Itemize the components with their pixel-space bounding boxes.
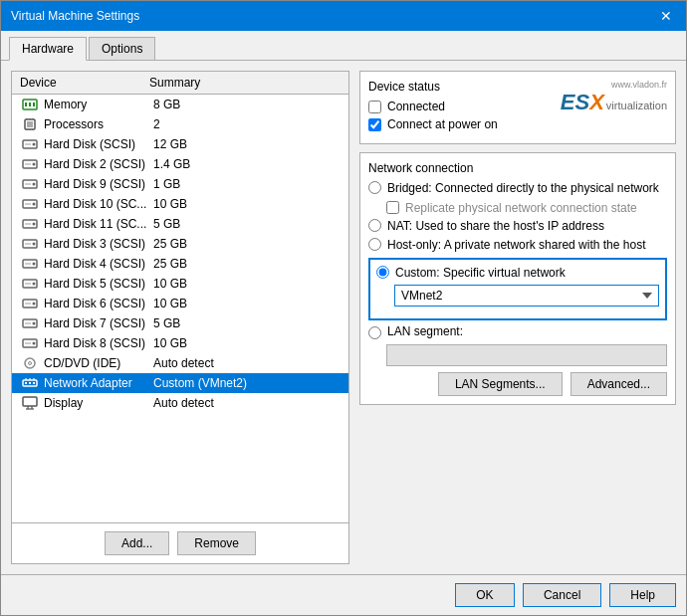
network-connection-section: Network connection Bridged: Connected di… — [359, 152, 676, 405]
device-item-display[interactable]: Display Auto detect — [12, 393, 348, 413]
custom-label: Custom: Specific virtual network — [395, 266, 566, 282]
disk-icon — [20, 156, 40, 172]
device-item-cdrom[interactable]: CD/DVD (IDE) Auto detect — [12, 353, 348, 373]
device-item-processors[interactable]: Processors 2 — [12, 114, 348, 134]
host-only-label: Host-only: A private network shared with… — [387, 238, 645, 254]
esx-logo-area: www.vladon.fr ESX virtualization — [551, 80, 667, 115]
close-button[interactable]: ✕ — [656, 6, 676, 26]
device-item-hd4[interactable]: Hard Disk 4 (SCSI) 25 GB — [12, 254, 348, 274]
device-name: Hard Disk 4 (SCSI) — [44, 257, 153, 271]
device-summary: 2 — [153, 117, 341, 131]
device-summary: Custom (VMnet2) — [153, 376, 341, 390]
tab-options[interactable]: Options — [89, 37, 155, 60]
device-summary: 1 GB — [153, 177, 341, 191]
device-item-hd5[interactable]: Hard Disk 5 (SCSI) 10 GB — [12, 274, 348, 294]
svg-point-28 — [33, 243, 36, 246]
connected-checkbox[interactable] — [368, 101, 381, 113]
device-status-title: Device status — [368, 80, 498, 94]
disk-icon — [20, 315, 40, 331]
device-name: Hard Disk 3 (SCSI) — [44, 237, 153, 251]
esx-brand: ESX virtualization — [561, 90, 667, 115]
device-name: Hard Disk 5 (SCSI) — [44, 277, 153, 291]
left-button-bar: Add... Remove — [12, 522, 348, 563]
right-panel: Device status Connected Connect at power… — [359, 71, 676, 564]
memory-icon — [20, 97, 40, 112]
svg-point-45 — [25, 358, 35, 368]
svg-rect-1 — [25, 103, 27, 106]
custom-section: Custom: Specific virtual network VMnet2 … — [368, 258, 667, 321]
watermark-url: www.vladon.fr — [561, 80, 667, 90]
nat-radio[interactable] — [368, 219, 381, 232]
network-title: Network connection — [368, 161, 667, 175]
device-item-hd6[interactable]: Hard Disk 6 (SCSI) 10 GB — [12, 294, 348, 313]
bridged-radio[interactable] — [368, 181, 381, 194]
device-name: Hard Disk 7 (SCSI) — [44, 316, 153, 330]
svg-point-43 — [33, 342, 36, 345]
device-item-hd10[interactable]: Hard Disk 10 (SC... 10 GB — [12, 194, 348, 214]
device-status-left: Device status Connected Connect at power… — [368, 80, 498, 135]
device-summary: 1.4 GB — [153, 157, 341, 171]
device-item-hd1[interactable]: Hard Disk (SCSI) 12 GB — [12, 134, 348, 154]
device-item-hd11[interactable]: Hard Disk 11 (SC... 5 GB — [12, 214, 348, 234]
device-name: Hard Disk 6 (SCSI) — [44, 297, 153, 310]
device-summary: 10 GB — [153, 277, 341, 291]
svg-rect-54 — [23, 397, 37, 406]
device-item-hd2[interactable]: Hard Disk 2 (SCSI) 1.4 GB — [12, 154, 348, 174]
svg-rect-52 — [29, 382, 31, 384]
disk-icon — [20, 276, 40, 292]
device-name: CD/DVD (IDE) — [44, 356, 153, 370]
svg-rect-3 — [33, 103, 35, 106]
nat-row: NAT: Used to share the host's IP address — [368, 219, 667, 235]
lan-segment-input[interactable] — [386, 344, 667, 366]
device-name: Hard Disk 10 (SC... — [44, 197, 153, 211]
disk-icon — [20, 176, 40, 192]
device-summary: Auto detect — [153, 356, 341, 370]
svg-point-46 — [29, 362, 32, 365]
device-item-nic[interactable]: Network Adapter Custom (VMnet2) — [12, 373, 348, 393]
disk-icon — [20, 236, 40, 252]
device-item-hd9[interactable]: Hard Disk 9 (SCSI) 1 GB — [12, 174, 348, 194]
lan-segments-button[interactable]: LAN Segments... — [438, 372, 563, 396]
device-item-memory[interactable]: Memory 8 GB — [12, 95, 348, 114]
device-item-hd8[interactable]: Hard Disk 8 (SCSI) 10 GB — [12, 333, 348, 353]
device-name: Hard Disk 8 (SCSI) — [44, 336, 153, 350]
remove-button[interactable]: Remove — [177, 531, 256, 555]
replicate-checkbox[interactable] — [386, 201, 399, 214]
custom-network-select[interactable]: VMnet2 VMnet0 VMnet1 VMnet3 — [394, 285, 659, 307]
host-only-radio[interactable] — [368, 238, 381, 251]
device-list-panel: Device Summary Memory 8 GB — [11, 71, 349, 564]
device-name: Network Adapter — [44, 376, 153, 390]
device-summary: 8 GB — [153, 98, 341, 111]
window-footer: OK Cancel Help — [1, 574, 686, 615]
device-summary: 5 GB — [153, 217, 341, 231]
tab-hardware[interactable]: Hardware — [9, 37, 87, 61]
device-summary: Auto detect — [153, 396, 341, 410]
device-name: Hard Disk 11 (SC... — [44, 217, 153, 231]
replicate-label: Replicate physical network connection st… — [405, 201, 637, 215]
power-on-checkbox[interactable] — [368, 118, 381, 131]
help-button[interactable]: Help — [609, 583, 676, 607]
svg-point-25 — [33, 223, 36, 226]
disk-icon — [20, 296, 40, 311]
advanced-button[interactable]: Advanced... — [571, 372, 667, 396]
device-name: Hard Disk (SCSI) — [44, 137, 153, 151]
svg-point-40 — [33, 322, 36, 325]
device-item-hd3[interactable]: Hard Disk 3 (SCSI) 25 GB — [12, 234, 348, 254]
device-summary: 10 GB — [153, 297, 341, 310]
add-button[interactable]: Add... — [105, 531, 169, 555]
disk-icon — [20, 136, 40, 152]
bottom-buttons: LAN Segments... Advanced... — [368, 372, 667, 396]
custom-radio[interactable] — [376, 266, 389, 279]
device-item-hd7[interactable]: Hard Disk 7 (SCSI) 5 GB — [12, 313, 348, 333]
nic-icon — [20, 375, 40, 391]
svg-point-13 — [33, 143, 36, 146]
lan-radio[interactable] — [368, 326, 381, 339]
device-summary: 5 GB — [153, 316, 341, 330]
device-name: Display — [44, 396, 153, 410]
display-icon — [20, 395, 40, 411]
disk-icon — [20, 216, 40, 232]
bridged-row: Bridged: Connected directly to the physi… — [368, 181, 667, 197]
ok-button[interactable]: OK — [455, 583, 515, 607]
cancel-button[interactable]: Cancel — [523, 583, 601, 607]
main-content: Device Summary Memory 8 GB — [1, 61, 686, 574]
